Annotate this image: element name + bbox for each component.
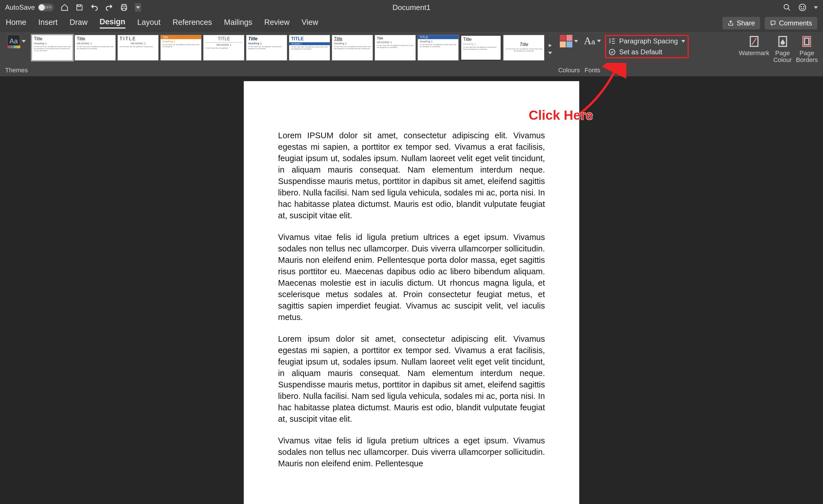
page-colour-label: Page Colour xyxy=(773,50,792,63)
page-colour-button[interactable]: Page Colour xyxy=(773,35,792,63)
chevron-down-icon xyxy=(681,40,685,42)
chevron-down-icon[interactable] xyxy=(814,6,818,9)
svg-rect-8 xyxy=(805,38,809,45)
tab-view[interactable]: View xyxy=(302,18,318,28)
tab-insert[interactable]: Insert xyxy=(38,18,58,28)
style-tile[interactable]: TitleOn the insert tab, the galleries in… xyxy=(503,35,544,60)
document-title: Document1 xyxy=(393,3,431,12)
style-tile[interactable]: TitleHeading 1On the insert tab, the gal… xyxy=(32,35,73,60)
style-tile[interactable]: TITLEHEADING 1On the insert tab, the gal… xyxy=(203,35,244,60)
comment-icon xyxy=(770,20,776,26)
themes-group: Aa Themes xyxy=(5,35,28,74)
tab-mailings[interactable]: Mailings xyxy=(224,18,252,28)
fonts-group: Aa Fonts xyxy=(584,35,601,74)
paragraph: Lorem ipsum dolor sit amet, consectetur … xyxy=(278,333,545,425)
watermark-icon xyxy=(748,35,761,48)
document-page: Lorem IPSUM dolor sit amet, consectetur … xyxy=(244,81,579,504)
redo-icon[interactable] xyxy=(105,3,113,11)
style-tile[interactable]: TitleHeading 1On the insert tab, the gal… xyxy=(460,35,502,60)
style-tile[interactable]: TitleHeading 1On the insert tab, the gal… xyxy=(332,35,373,60)
style-tile[interactable]: TITLEHeading 1On the insert tab, the gal… xyxy=(418,35,459,60)
share-label: Share xyxy=(737,19,755,27)
tab-home[interactable]: Home xyxy=(6,18,26,28)
style-tile[interactable]: TitleHeading 1On the insert tab, the gal… xyxy=(246,35,287,60)
watermark-button[interactable]: Watermark xyxy=(739,35,769,56)
page-colour-icon xyxy=(776,35,789,48)
themes-label: Themes xyxy=(5,66,28,74)
ribbon-tabs: Home Insert Draw Design Layout Reference… xyxy=(0,15,823,31)
paragraph-spacing-label: Paragraph Spacing xyxy=(619,37,678,45)
svg-point-3 xyxy=(804,7,804,7)
smiley-icon[interactable] xyxy=(798,3,806,11)
print-icon[interactable] xyxy=(120,3,128,11)
ribbon-design: Aa Themes TitleHeading 1On the insert ta… xyxy=(0,31,823,76)
style-tile[interactable]: TitleHEADING 1On the insert tab, the gal… xyxy=(375,35,416,60)
svg-point-0 xyxy=(784,5,789,9)
fonts-icon[interactable]: Aa xyxy=(584,35,595,47)
spacing-icon xyxy=(608,37,616,45)
tab-review[interactable]: Review xyxy=(264,18,290,28)
watermark-label: Watermark xyxy=(739,50,769,56)
search-icon[interactable] xyxy=(783,3,791,11)
svg-point-1 xyxy=(799,4,806,11)
set-default-label: Set as Default xyxy=(619,48,662,56)
style-tile[interactable]: TitleHeading 1On the insert tab, the gal… xyxy=(160,35,201,60)
gallery-more-icon[interactable]: ▸ xyxy=(546,35,554,60)
quick-access-toolbar xyxy=(60,3,141,12)
share-button[interactable]: Share xyxy=(722,17,760,29)
style-tile[interactable]: TITLEHEADING 1On the insert tab, the gal… xyxy=(289,35,330,60)
colours-dropdown-icon[interactable] xyxy=(574,40,578,42)
autosave-toggle[interactable]: AutoSave OFF xyxy=(5,3,54,11)
comments-button[interactable]: Comments xyxy=(765,17,817,29)
page-borders-icon xyxy=(800,35,813,48)
themes-dropdown-icon[interactable] xyxy=(22,40,26,42)
check-circle-icon xyxy=(608,48,616,56)
svg-point-2 xyxy=(801,7,801,7)
qat-more-icon[interactable] xyxy=(135,3,141,12)
page-borders-label: Page Borders xyxy=(796,50,818,63)
set-default-button[interactable]: Set as Default xyxy=(608,48,685,56)
paragraph: Vivamus vitae felis id ligula pretium ul… xyxy=(278,231,545,323)
page-borders-button[interactable]: Page Borders xyxy=(796,35,818,63)
colours-label: Colours xyxy=(558,66,580,74)
paragraph-spacing-button[interactable]: Paragraph Spacing xyxy=(608,37,685,45)
paragraph: Vivamus vitae felis id ligula pretium ul… xyxy=(278,435,545,469)
colours-icon[interactable] xyxy=(560,35,572,47)
themes-icon[interactable]: Aa xyxy=(7,35,20,47)
undo-icon[interactable] xyxy=(90,3,98,11)
fonts-label: Fonts xyxy=(585,66,600,74)
tab-layout[interactable]: Layout xyxy=(138,18,161,28)
autosave-state: OFF xyxy=(43,5,52,10)
tab-draw[interactable]: Draw xyxy=(70,18,88,28)
autosave-label: AutoSave xyxy=(5,3,35,11)
share-icon xyxy=(727,20,734,26)
save-icon[interactable] xyxy=(75,3,84,11)
home-icon[interactable] xyxy=(60,3,68,11)
style-gallery: TitleHeading 1On the insert tab, the gal… xyxy=(32,35,554,60)
paragraph: Lorem IPSUM dolor sit amet, consectetur … xyxy=(278,130,545,221)
titlebar: AutoSave OFF Document1 xyxy=(0,0,823,15)
svg-point-4 xyxy=(609,49,615,55)
tab-references[interactable]: References xyxy=(173,18,212,28)
fonts-dropdown-icon[interactable] xyxy=(597,40,601,42)
annotation-text: Click Here xyxy=(529,108,593,123)
paragraph-spacing-highlight: Paragraph Spacing Set as Default xyxy=(605,35,689,58)
document-canvas[interactable]: Lorem IPSUM dolor sit amet, consectetur … xyxy=(0,76,823,504)
colours-group: Colours xyxy=(558,35,580,74)
tab-design[interactable]: Design xyxy=(100,17,126,29)
style-tile[interactable]: TitleHEADING 1On the insert tab, the gal… xyxy=(74,35,116,60)
comments-label: Comments xyxy=(779,19,812,27)
style-tile[interactable]: TITLEHEADING 1On the insert tab, the gal… xyxy=(118,35,159,60)
toggle-switch[interactable]: OFF xyxy=(38,3,54,11)
